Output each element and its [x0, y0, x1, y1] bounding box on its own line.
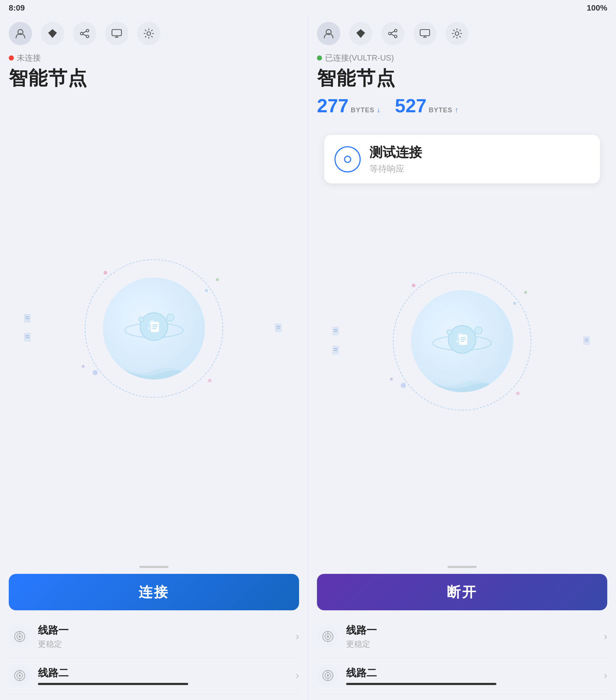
dot-5	[216, 278, 219, 281]
drag-handle-right[interactable]	[448, 566, 477, 568]
download-unit-right: BYTES	[351, 106, 375, 114]
disconnect-button-right[interactable]: 断开	[317, 574, 607, 610]
route-icon-right-1	[317, 665, 339, 687]
globe-circle-right	[393, 272, 531, 411]
svg-line-6	[83, 34, 86, 36]
avatar-btn-right[interactable]	[317, 22, 340, 45]
status-bar-right: 100%	[587, 3, 607, 13]
share-btn-right[interactable]	[381, 22, 404, 45]
settings-btn-right[interactable]	[445, 22, 469, 45]
share-btn-left[interactable]	[73, 22, 96, 45]
monitor-btn-left[interactable]	[105, 22, 128, 45]
dot-3	[93, 370, 98, 375]
panel-title-right: 智能节点	[317, 66, 607, 91]
route-bar-right-1	[346, 683, 496, 685]
route-arrow-icon-right-0: ›	[604, 631, 607, 642]
status-dot-right	[317, 55, 322, 61]
settings-btn-left[interactable]	[137, 22, 160, 45]
svg-marker-1	[48, 29, 57, 38]
drag-handle-left[interactable]	[139, 566, 168, 568]
dot-1	[104, 271, 107, 275]
panels-container: 未连接 智能节点	[0, 16, 616, 700]
header-icons-right	[317, 16, 607, 50]
svg-line-46	[391, 34, 395, 36]
dot-2	[205, 289, 208, 292]
panel-left: 未连接 智能节点	[0, 16, 308, 700]
route-name-left-0: 线路一	[38, 623, 288, 637]
route-name-right-1: 线路二	[346, 666, 597, 680]
download-number-right: 277	[317, 95, 349, 117]
route-info-left-1: 线路二	[38, 666, 288, 685]
monitor-btn-right[interactable]	[413, 22, 437, 45]
test-subtitle-right: 等待响应	[369, 163, 422, 175]
svg-point-56	[447, 330, 452, 335]
side-deco-left	[332, 326, 342, 357]
svg-point-15	[167, 314, 174, 321]
test-inner-circle	[344, 156, 351, 163]
status-bar-left: 8:09	[9, 3, 25, 13]
svg-point-77	[327, 674, 329, 677]
svg-point-55	[475, 327, 482, 334]
globe-area-left	[9, 91, 299, 566]
conn-status-text-right: 已连接(VULTR-US)	[325, 52, 394, 63]
dot-4	[516, 392, 520, 395]
route-name-left-1: 线路二	[38, 666, 288, 680]
route-item-left-1[interactable]: 线路二 ›	[9, 657, 299, 694]
side-deco-left	[23, 313, 34, 344]
bottom-section-left: 连接 线路一 更稳定 ›	[9, 566, 299, 700]
test-card-right: 测试连接 等待响应	[324, 135, 600, 183]
route-name-right-0: 线路一	[346, 623, 597, 637]
status-dot-left	[9, 55, 14, 61]
route-icon-left-1	[9, 665, 31, 687]
route-icon-left-0	[9, 626, 31, 648]
panel-right: 已连接(VULTR-US) 智能节点 277 BYTES ↓ 527 BYTES…	[308, 16, 616, 700]
route-list-right: 线路一 更稳定 › 线路二 ›	[317, 616, 607, 694]
avatar-btn-left[interactable]	[9, 22, 32, 45]
battery: 100%	[587, 3, 607, 13]
route-item-right-0[interactable]: 线路一 更稳定 ›	[317, 616, 607, 657]
svg-point-2	[86, 30, 89, 32]
conn-status-text-left: 未连接	[17, 52, 41, 63]
conn-status-left: 未连接	[9, 52, 299, 63]
route-icon-right-0	[317, 626, 339, 648]
svg-point-10	[147, 32, 151, 35]
svg-marker-41	[356, 29, 365, 38]
route-arrow-icon-right-1: ›	[604, 670, 607, 681]
side-deco-right	[274, 323, 284, 334]
svg-point-16	[139, 317, 144, 322]
svg-point-43	[395, 35, 397, 38]
svg-point-72	[327, 635, 329, 638]
dot-3	[401, 383, 406, 388]
panel-title-left: 智能节点	[9, 66, 299, 91]
status-bar: 8:09 100%	[0, 0, 616, 16]
route-info-left-0: 线路一 更稳定	[38, 623, 288, 650]
globe-area-right: 测试连接 等待响应	[317, 117, 607, 566]
side-deco-right	[582, 335, 593, 347]
route-arrow-icon-left-1: ›	[296, 670, 299, 681]
speed-row-right: 277 BYTES ↓ 527 BYTES ↑	[317, 95, 607, 117]
svg-line-5	[83, 31, 86, 33]
bottom-section-right: 断开 线路一 更稳定 ›	[317, 566, 607, 700]
connect-button-left[interactable]: 连接	[9, 574, 299, 610]
route-item-left-0[interactable]: 线路一 更稳定 ›	[9, 616, 299, 657]
svg-rect-47	[420, 30, 430, 36]
conn-status-right: 已连接(VULTR-US)	[317, 52, 607, 63]
dot-6	[82, 365, 85, 368]
time-left: 8:09	[9, 3, 25, 13]
globe-inner-right	[411, 290, 513, 392]
download-speed-right: 277 BYTES ↓	[317, 95, 380, 117]
diamond-btn-right[interactable]	[349, 22, 372, 45]
svg-point-4	[81, 32, 83, 35]
svg-point-42	[395, 30, 397, 32]
upload-speed-right: 527 BYTES ↑	[395, 95, 458, 117]
svg-point-3	[86, 35, 89, 38]
dot-5	[524, 291, 527, 294]
route-item-right-1[interactable]: 线路二 ›	[317, 657, 607, 694]
svg-rect-7	[112, 30, 121, 36]
svg-point-32	[19, 635, 21, 638]
route-arrow-icon-left-0: ›	[296, 631, 299, 642]
route-desc-left-0: 更稳定	[38, 639, 288, 650]
diamond-btn-left[interactable]	[41, 22, 64, 45]
svg-point-44	[389, 32, 391, 35]
svg-point-50	[455, 32, 459, 35]
